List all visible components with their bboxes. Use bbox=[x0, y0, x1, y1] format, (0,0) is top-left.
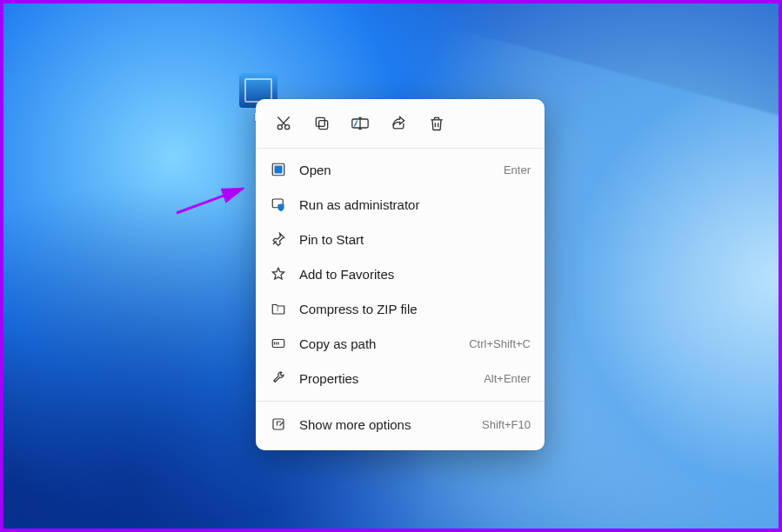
menu-item-run-as-admin[interactable]: Run as administrator bbox=[256, 187, 545, 222]
delete-button[interactable] bbox=[421, 108, 452, 139]
menu-item-label: Show more options bbox=[299, 417, 470, 432]
admin-shield-icon bbox=[270, 196, 287, 213]
menu-divider bbox=[256, 401, 545, 402]
copy-button[interactable] bbox=[306, 108, 338, 139]
properties-icon bbox=[270, 369, 287, 387]
cut-button[interactable] bbox=[268, 108, 299, 139]
menu-item-add-favorites[interactable]: Add to Favorites bbox=[256, 256, 545, 291]
svg-point-2 bbox=[285, 125, 290, 130]
cut-icon bbox=[275, 115, 292, 132]
copy-path-icon bbox=[270, 335, 287, 352]
desktop: M bbox=[0, 0, 782, 532]
svg-rect-7 bbox=[275, 166, 283, 174]
menu-item-show-more-options[interactable]: Show more options Shift+F10 bbox=[256, 407, 545, 442]
pin-icon bbox=[270, 230, 287, 248]
svg-rect-10 bbox=[273, 419, 284, 429]
star-icon bbox=[270, 265, 287, 283]
menu-item-properties[interactable]: Properties Alt+Enter bbox=[256, 361, 545, 396]
menu-item-label: Compress to ZIP file bbox=[299, 302, 518, 316]
svg-rect-3 bbox=[319, 121, 328, 130]
menu-item-label: Open bbox=[299, 163, 491, 177]
context-menu: Open Enter Run as administrator bbox=[256, 99, 545, 450]
menu-item-label: Add to Favorites bbox=[299, 267, 518, 282]
context-menu-toolbar bbox=[256, 99, 545, 149]
menu-item-label: Copy as path bbox=[299, 336, 457, 351]
menu-item-pin-to-start[interactable]: Pin to Start bbox=[256, 222, 545, 256]
menu-item-shortcut: Shift+F10 bbox=[482, 418, 531, 431]
menu-item-shortcut: Ctrl+Shift+C bbox=[469, 337, 531, 350]
menu-item-compress-zip[interactable]: Compress to ZIP file bbox=[256, 291, 545, 326]
copy-icon bbox=[313, 115, 331, 132]
rename-icon bbox=[351, 115, 370, 132]
menu-item-label: Properties bbox=[299, 371, 471, 386]
open-icon bbox=[270, 161, 287, 178]
menu-item-open[interactable]: Open Enter bbox=[256, 152, 545, 187]
delete-icon bbox=[428, 115, 445, 132]
svg-point-1 bbox=[277, 125, 282, 130]
svg-rect-4 bbox=[316, 117, 324, 126]
share-button[interactable] bbox=[383, 108, 414, 139]
menu-item-shortcut: Enter bbox=[504, 163, 531, 176]
menu-item-label: Pin to Start bbox=[299, 232, 518, 247]
more-options-icon bbox=[270, 416, 287, 433]
menu-item-shortcut: Alt+Enter bbox=[484, 372, 531, 385]
rename-button[interactable] bbox=[344, 108, 376, 139]
share-icon bbox=[390, 115, 407, 132]
menu-item-label: Run as administrator bbox=[299, 197, 518, 212]
menu-item-copy-as-path[interactable]: Copy as path Ctrl+Shift+C bbox=[256, 326, 545, 361]
zip-icon bbox=[270, 300, 287, 317]
